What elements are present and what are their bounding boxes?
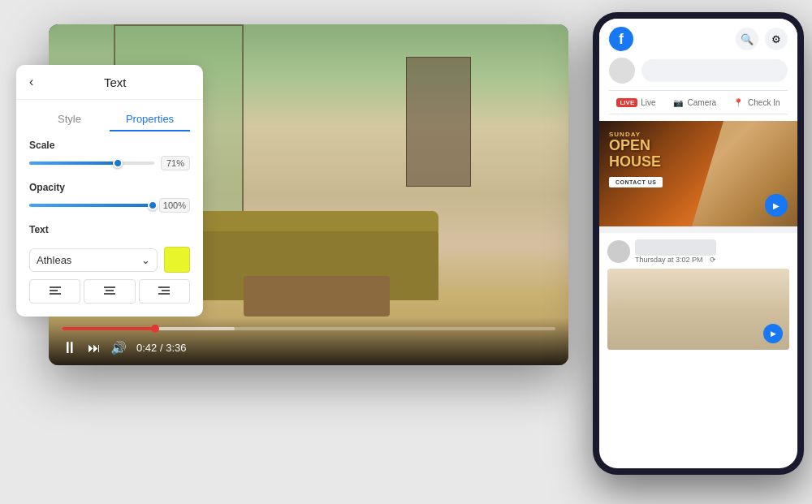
svg-rect-1: [50, 290, 58, 291]
post2-image: ▶: [607, 269, 789, 350]
scale-slider-container: 71%: [29, 156, 190, 170]
post2-avatar: [607, 240, 630, 263]
pause-button[interactable]: ⏸: [62, 338, 78, 357]
video-controls: ⏸ ⏭ 🔊 0:42 / 3:36: [49, 317, 568, 365]
fb-live-action[interactable]: LIVE Live: [616, 96, 655, 109]
camera-label: Camera: [688, 98, 717, 107]
fb-logo-row: f 🔍 ⚙: [609, 27, 788, 51]
volume-button[interactable]: 🔊: [110, 340, 127, 355]
contact-us-button[interactable]: CONTACT US: [609, 177, 663, 187]
text-section: Text: [16, 216, 203, 243]
align-center-button[interactable]: [84, 279, 135, 304]
font-color-swatch[interactable]: [164, 247, 190, 273]
open-house-title: OPEN HOUSE: [609, 138, 663, 170]
opacity-label: Opacity: [29, 182, 190, 193]
facebook-logo: f: [609, 27, 633, 51]
post2-date: Thursday at 3:02 PM ⟳: [635, 256, 716, 264]
fb-header-icons: 🔍 ⚙: [736, 28, 788, 50]
scale-fill: [29, 162, 118, 165]
opacity-slider-container: 100%: [29, 198, 190, 213]
tab-properties[interactable]: Properties: [110, 108, 190, 131]
current-time: 0:42: [136, 342, 157, 354]
svg-rect-4: [106, 290, 114, 291]
panel-title: Text: [40, 75, 190, 89]
panel-tabs: Style Properties: [16, 100, 203, 131]
align-row: [16, 276, 203, 307]
align-left-button[interactable]: [29, 279, 80, 304]
fb-open-house-post: SUNDAY OPEN HOUSE CONTACT US ▶: [599, 121, 797, 226]
opacity-thumb[interactable]: [148, 200, 158, 210]
post2-play-button[interactable]: ▶: [763, 324, 783, 343]
font-row: Athleas ⌄: [16, 243, 203, 276]
align-right-button[interactable]: [139, 279, 190, 304]
live-badge: LIVE: [616, 98, 637, 107]
fb-second-post: Thursday at 3:02 PM ⟳ ▶: [599, 226, 797, 353]
scale-thumb[interactable]: [113, 158, 123, 168]
phone-mockup: f 🔍 ⚙ LIVE Live 📷 Camera: [593, 12, 804, 475]
settings-icon[interactable]: ⚙: [765, 28, 788, 50]
opacity-fill: [29, 204, 153, 207]
phone-screen: f 🔍 ⚙ LIVE Live 📷 Camera: [599, 19, 797, 468]
total-time: 3:36: [166, 342, 186, 354]
scale-label: Scale: [29, 140, 190, 151]
time-display: 0:42 / 3:36: [136, 342, 186, 354]
post1-play-button[interactable]: ▶: [765, 194, 788, 217]
search-icon[interactable]: 🔍: [736, 28, 758, 50]
text-panel: ‹ Text Style Properties Scale 71% Opacit…: [16, 65, 203, 317]
fb-camera-action[interactable]: 📷 Camera: [672, 96, 717, 109]
opacity-track[interactable]: [29, 204, 153, 207]
svg-rect-7: [162, 290, 170, 291]
svg-rect-2: [50, 293, 61, 295]
fb-action-bar: LIVE Live 📷 Camera 📍 Check In: [609, 90, 788, 114]
camera-icon: 📷: [672, 96, 685, 109]
opacity-value: 100%: [159, 198, 190, 213]
tab-style[interactable]: Style: [29, 108, 110, 131]
open-house-text: SUNDAY OPEN HOUSE CONTACT US: [609, 131, 663, 187]
fb-header: f 🔍 ⚙ LIVE Live 📷 Camera: [599, 19, 797, 119]
second-post-avatar-row: Thursday at 3:02 PM ⟳: [607, 239, 789, 264]
fb-avatar-bar: [609, 58, 788, 84]
progress-bar[interactable]: [62, 327, 555, 330]
fb-user-avatar: [609, 58, 635, 84]
progress-fill: [62, 327, 156, 330]
post2-img-overlay: [607, 269, 789, 350]
back-button[interactable]: ‹: [29, 75, 33, 89]
post2-options-icon[interactable]: ⟳: [710, 256, 716, 264]
svg-rect-3: [104, 286, 115, 288]
svg-rect-6: [158, 286, 170, 288]
checkin-label: Check In: [748, 98, 780, 107]
fb-checkin-action[interactable]: 📍 Check In: [732, 96, 780, 109]
svg-rect-8: [158, 293, 170, 295]
font-select[interactable]: Athleas ⌄: [29, 248, 158, 272]
opacity-section: Opacity 100%: [16, 174, 203, 216]
svg-rect-5: [104, 293, 115, 295]
svg-rect-0: [50, 286, 61, 288]
text-section-label: Text: [29, 224, 190, 235]
checkin-icon: 📍: [732, 96, 745, 109]
scale-value: 71%: [161, 156, 190, 170]
scale-section: Scale 71%: [16, 131, 203, 174]
skip-button[interactable]: ⏭: [88, 341, 101, 355]
open-house-banner: SUNDAY OPEN HOUSE CONTACT US ▶: [599, 121, 797, 226]
scale-track[interactable]: [29, 162, 154, 165]
live-label: Live: [641, 98, 655, 107]
post2-date-text: Thursday at 3:02 PM: [635, 256, 703, 264]
fb-status-bar[interactable]: [641, 59, 788, 82]
font-name: Athleas: [37, 254, 71, 266]
post2-user-bar: [635, 239, 716, 256]
chevron-down-icon: ⌄: [141, 254, 150, 266]
panel-header: ‹ Text: [16, 65, 203, 100]
